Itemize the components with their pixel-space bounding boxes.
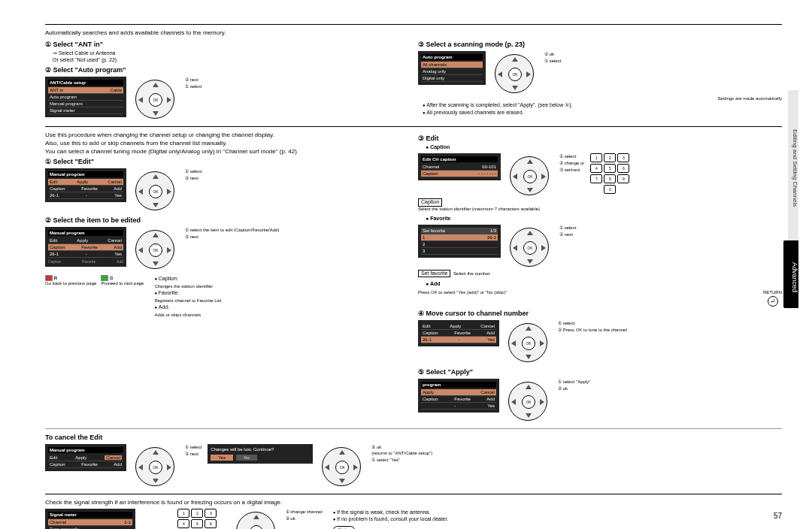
step-edit: ③ Edit <box>418 135 782 142</box>
caption-box-label: Caption <box>418 198 442 206</box>
annotation-ok: ② ok <box>544 51 561 56</box>
keypad-icon: 123 456 789 0 <box>177 509 217 529</box>
bullet-caption: Caption:Changes the station identifier <box>154 275 409 289</box>
annotation: ② ok <box>558 385 590 391</box>
dpad-icon: OK <box>505 379 550 424</box>
step1-sub1: ⇒ Select Cable or Antenna <box>53 50 409 56</box>
page-number: 57 <box>774 512 782 520</box>
section1-intro: Automatically searches and adds availabl… <box>45 29 782 36</box>
menu-manual-program-2: Manual program EditApplyCancel CaptionFa… <box>45 227 126 267</box>
annotation: ③ set/next <box>559 167 584 172</box>
color-key-g: G Proceed to next page <box>101 275 144 286</box>
sidebar-section-label: Editing and Setting Channels <box>788 90 798 240</box>
annotation: ① select "Yes" <box>371 457 432 462</box>
return-icon: ⤶ <box>768 296 778 307</box>
bullet-erased: All previously saved channels are erased… <box>423 109 782 116</box>
dpad-icon: OK <box>132 168 177 213</box>
annotation: ① select <box>559 225 576 230</box>
annotation-item2: ② next <box>185 234 279 239</box>
annotation: ② next <box>559 231 576 237</box>
annotation: ① select <box>559 153 584 159</box>
step-2-heading: ② Select "Auto program" <box>45 66 409 74</box>
bullet-add: Add:Adds or skips channels <box>154 304 409 318</box>
annotation: ① change channel <box>286 509 323 514</box>
bullet-after-scan: After the scanning is completed, select … <box>423 101 782 109</box>
annotation-select: ① select <box>544 58 561 63</box>
annotation: ② next <box>185 451 201 456</box>
annotation: ② ok <box>286 515 323 521</box>
bullet-no-problem: If no problem is found, consult your loc… <box>333 515 782 523</box>
sidebar-advanced-tab: Advanced <box>783 240 798 308</box>
bullet-weak-signal: If the signal is weak, check the antenna… <box>333 509 782 516</box>
confirm-dialog: Changes will be lost. Continue? Yes No <box>208 444 313 464</box>
sec2-intro1: Use this procedure when changing the cha… <box>45 131 409 138</box>
annotation: ② Press OK to tune to the channel. <box>558 327 628 332</box>
sec2-intro3: You can select a channel tuning mode (Di… <box>45 148 409 155</box>
step-move-cursor: ④ Move cursor to channel number <box>418 310 782 317</box>
section3-intro: Check the signal strength if an interfer… <box>45 499 782 506</box>
auto-settings-note: Settings are made automatically <box>418 96 782 101</box>
annotation: ① select <box>185 444 201 449</box>
annotation-select: ① select <box>185 168 201 174</box>
cancel-edit-head: To cancel the Edit <box>45 434 782 441</box>
signal-meter-panel: Signal meter Channel1-1 Tune manually Si… <box>45 509 135 529</box>
annotation: ① select "Apply" <box>558 379 590 384</box>
dpad-icon: OK <box>319 444 364 489</box>
dpad-icon: OK <box>505 320 550 365</box>
step-select-edit: ① Select "Edit" <box>45 158 409 165</box>
sec2-intro2: Also, use this to add or skip channels f… <box>45 140 409 147</box>
dpad-icon: OK <box>132 444 177 489</box>
caption-note: Select the station identifier (maximum 7… <box>418 207 782 212</box>
annotation: ② ok <box>371 444 432 449</box>
step-1-heading: ① Select "ANT in" <box>45 41 409 48</box>
dpad-icon: OK <box>507 225 552 270</box>
menu-edit-caption: Edit CH caption Channel60-101 Caption- -… <box>418 153 501 180</box>
dpad-icon: OK <box>132 227 177 272</box>
annotation-next: ② next <box>185 77 201 82</box>
menu-auto-program: Auto program All channels Analog only Di… <box>418 51 486 85</box>
caption-subhead: ● Caption <box>426 144 782 150</box>
favorite-subhead: ● Favorite <box>426 215 782 222</box>
add-subhead: ● Add <box>426 280 782 287</box>
dpad-icon: OK <box>233 509 278 529</box>
dpad-icon: OK <box>492 51 537 96</box>
step-select-apply: ⑤ Select "Apply" <box>418 368 782 376</box>
menu-ant-cable: ANT/Cable setup ANT inCable Auto program… <box>45 77 126 117</box>
annotation: ① select <box>558 320 628 325</box>
annotation-next: ② next <box>185 175 201 180</box>
note-label: Note <box>333 526 355 529</box>
annotation-item1: ① select the item to edit (Caption/Favor… <box>185 227 279 232</box>
annotation-select: ① select <box>185 83 201 89</box>
color-key-r: R Go back to previous page <box>45 275 96 286</box>
add-note: Press OK to select "Yes (add)" or "No (s… <box>418 290 507 295</box>
menu-set-favorite: Set favorite1/3 126-1 2 3 <box>418 225 501 258</box>
bullet-favorite: Favorite:Registers channel to Favorite L… <box>154 289 409 304</box>
dpad-icon: OK <box>132 77 177 122</box>
menu-manual-program: Manual program EditApplyCancel CaptionFa… <box>45 168 126 202</box>
keypad-icon: 123 456 789 0 <box>590 153 629 194</box>
step1-sub2: Or select "Not used" (p. 22) <box>53 56 409 63</box>
menu-cancel1: Manual program EditApplyCancel CaptionFa… <box>45 444 126 471</box>
menu-apply: program ApplyCancel CaptionFavoriteAdd -… <box>418 379 499 413</box>
set-favorite-box: Set favorite <box>418 270 450 277</box>
return-button: RETURN ⤶ <box>763 290 782 306</box>
annotation: ② change <box>559 161 579 165</box>
step-select-item: ② Select the item to be edited <box>45 216 409 224</box>
menu-channel-cursor: EditApplyCancel CaptionFavoriteAdd 26-1-… <box>418 320 499 346</box>
dpad-icon: OK <box>507 153 552 198</box>
step-3-heading: ③ Select a scanning mode (p. 23) <box>418 41 782 48</box>
annotation: (returns to "ANT/Cable setup") <box>371 451 432 455</box>
